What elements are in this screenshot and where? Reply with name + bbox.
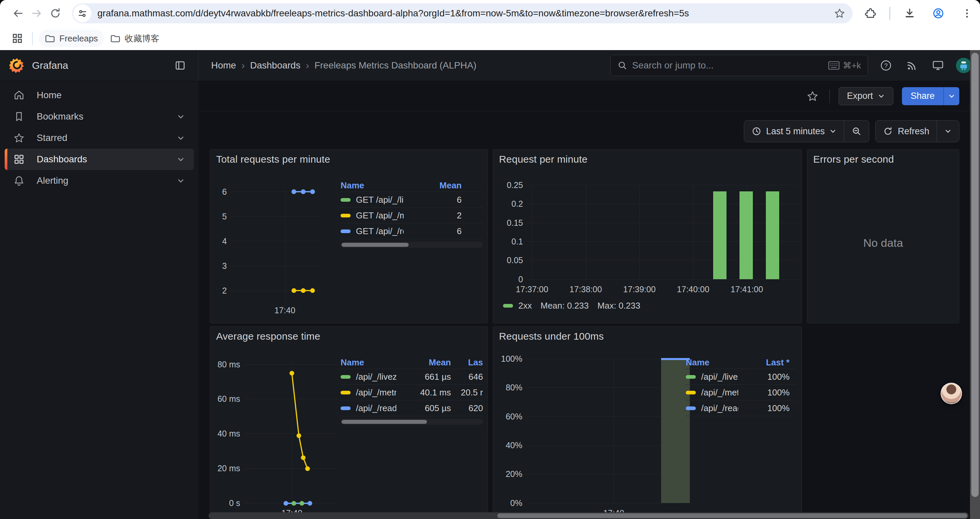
extensions-button[interactable] <box>861 4 879 23</box>
breadcrumb-item[interactable]: Dashboards <box>250 60 301 71</box>
panel-title[interactable]: Requests under 100ms <box>499 331 604 342</box>
panel-title[interactable]: Errors per second <box>813 153 894 165</box>
sidebar-toggle-button[interactable] <box>172 57 188 73</box>
zoom-out-button[interactable] <box>844 121 869 142</box>
panel-errors-per-second: Errors per second No data <box>807 149 959 323</box>
legend-scrollbar-thumb[interactable] <box>342 243 409 247</box>
back-icon <box>12 7 24 19</box>
sidebar-item-bookmarks[interactable]: Bookmarks <box>5 106 194 127</box>
chevron-down-icon <box>948 93 955 100</box>
legend-row[interactable]: GET /api/_/readyz6 <box>340 223 483 239</box>
series-color-swatch <box>340 230 351 233</box>
series-value: 40.1 ms <box>404 387 451 398</box>
no-data-message: No data <box>807 236 959 249</box>
page-scrollbar-thumb[interactable] <box>971 53 978 497</box>
grafana-brand-name: Grafana <box>32 60 68 71</box>
column-header[interactable]: Name <box>686 357 738 368</box>
legend-row[interactable]: /api/_/readyz605 µs620 <box>340 400 483 416</box>
legend-scrollbar-thumb[interactable] <box>342 420 427 424</box>
column-header[interactable]: Name <box>340 357 396 368</box>
legend-swatch <box>503 304 513 308</box>
back-button[interactable] <box>9 4 27 23</box>
legend-row[interactable]: /api/_/readyz100% <box>686 400 796 416</box>
legend-row[interactable]: GET /api/_/metrics2 <box>340 208 483 223</box>
chart-legend[interactable]: 2xx Mean: 0.233 Max: 0.233 <box>503 300 640 311</box>
time-range-picker[interactable]: Last 5 minutes <box>744 121 844 142</box>
profile-button[interactable] <box>929 4 948 23</box>
sidebar-item-alerting[interactable]: Alerting <box>5 170 194 192</box>
legend-row[interactable]: /api/_/metrics40.1 ms20.5 r <box>340 385 483 400</box>
breadcrumb-item[interactable]: Home <box>211 60 236 71</box>
series-value: 20.5 r <box>459 387 483 398</box>
column-header[interactable]: Last * <box>746 357 789 368</box>
menu-button[interactable] <box>958 4 976 23</box>
horizontal-scrollbar[interactable] <box>208 512 969 519</box>
legend-row[interactable]: /api/_/livez100% <box>686 369 796 385</box>
share-menu-button[interactable] <box>943 87 959 105</box>
panel-title[interactable]: Request per minute <box>499 153 587 165</box>
grafana-brand[interactable]: Grafana <box>10 57 68 73</box>
clock-icon <box>751 126 762 136</box>
x-gridline <box>693 185 694 279</box>
bookmark-folder-blogs[interactable]: 收藏博客 <box>104 30 165 47</box>
series-value: 661 µs <box>404 372 451 382</box>
y-axis-label: 20% <box>494 469 522 479</box>
panel-title[interactable]: Total requests per minute <box>216 153 330 165</box>
x-axis-label: 17:39:00 <box>614 284 665 294</box>
site-settings-chip[interactable] <box>73 4 91 22</box>
sidebar-item-home[interactable]: Home <box>5 85 194 106</box>
export-button[interactable]: Export <box>838 87 893 105</box>
legend-table-border <box>340 416 483 416</box>
bookmark-folder-freeleaps[interactable]: Freeleaps <box>39 30 104 47</box>
legend-row[interactable]: /api/_/metrics100% <box>686 385 796 400</box>
folder-icon <box>45 34 55 43</box>
page-scrollbar[interactable] <box>970 50 980 519</box>
column-header[interactable]: Mean <box>404 357 451 368</box>
series-value: 2 <box>412 211 461 221</box>
column-header[interactable]: Name <box>340 180 404 191</box>
panel-title[interactable]: Average response time <box>216 331 320 342</box>
search-placeholder: Search or jump to... <box>632 60 828 71</box>
legend-row[interactable]: /api/_/livez661 µs646 <box>340 369 483 385</box>
url-text[interactable]: grafana.mathmast.com/d/deytv4rwavabkb/fr… <box>97 8 834 19</box>
column-header[interactable]: Mean <box>412 180 461 191</box>
home-icon <box>13 89 25 101</box>
downloads-button[interactable] <box>900 4 919 23</box>
share-button[interactable]: Share <box>902 87 943 105</box>
apps-button[interactable] <box>8 29 27 48</box>
monitor-icon <box>932 59 944 72</box>
series-value: 6 <box>412 226 461 236</box>
chevron-down-icon <box>944 128 951 135</box>
bar-2xx <box>740 192 753 279</box>
search-input[interactable]: Search or jump to... ⌘+k <box>611 55 868 76</box>
panel-request-per-minute: Request per minute 0.250.20.150.10.05017… <box>493 149 802 323</box>
horizontal-scrollbar-thumb[interactable] <box>497 513 967 518</box>
display-button[interactable] <box>930 57 946 73</box>
refresh-button[interactable]: Refresh <box>876 121 937 142</box>
search-icon <box>617 61 627 70</box>
series-name: /api/_/metrics <box>701 387 738 398</box>
forward-button[interactable] <box>27 4 46 23</box>
help-button[interactable]: ? <box>878 57 894 73</box>
reload-button[interactable] <box>46 4 65 23</box>
sidebar-item-dashboards[interactable]: Dashboards <box>5 149 194 170</box>
legend-row[interactable]: GET /api/_/livez6 <box>340 192 483 208</box>
series-color-swatch <box>686 391 696 394</box>
legend-scrollbar[interactable] <box>340 242 483 248</box>
news-button[interactable] <box>904 57 920 73</box>
assistant-avatar-bubble[interactable] <box>941 383 962 404</box>
legend-scrollbar[interactable] <box>340 419 483 425</box>
user-avatar[interactable] <box>956 58 971 73</box>
chevron-down-icon <box>177 112 185 121</box>
bookmark-label: 收藏博客 <box>125 33 159 45</box>
favorite-dashboard-button[interactable] <box>805 88 821 104</box>
series-color-swatch <box>340 406 351 410</box>
y-gridline <box>527 185 798 185</box>
refresh-interval-button[interactable] <box>937 121 959 142</box>
url-bar[interactable]: grafana.mathmast.com/d/deytv4rwavabkb/fr… <box>72 3 853 23</box>
share-split-button: Share <box>902 87 959 105</box>
column-header[interactable]: Las <box>459 357 483 368</box>
sidebar-item-starred[interactable]: Starred <box>5 127 194 149</box>
bookmark-star-button[interactable] <box>834 8 845 19</box>
series-name: /api/_/readyz <box>701 403 738 414</box>
